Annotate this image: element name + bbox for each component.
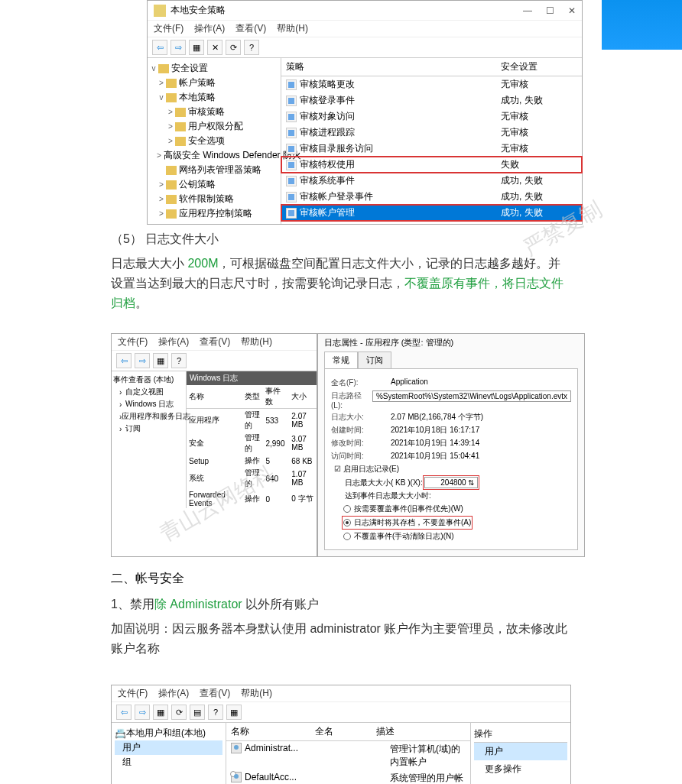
tree-node[interactable]: ›Windows 日志 <box>113 398 184 410</box>
policy-row[interactable]: 审核帐户管理成功, 失败 <box>281 205 582 221</box>
toolbar[interactable]: ⇦ ⇨ ▦ ? <box>112 351 317 371</box>
back-button[interactable]: ⇦ <box>152 40 167 55</box>
tree-node[interactable]: >审核策略 <box>149 105 279 119</box>
menu-item[interactable]: 帮助(H) <box>277 23 308 34</box>
tree-node[interactable]: >用户权限分配 <box>149 119 279 134</box>
tree-node[interactable]: >帐户策略 <box>149 76 279 90</box>
tree-node[interactable]: v本地策略 <box>149 90 279 105</box>
tree-groups[interactable]: 组 <box>115 755 222 769</box>
policy-row[interactable]: 审核特权使用失败 <box>281 157 582 173</box>
tree-root[interactable]: 📇 本地用户和组(本地) <box>115 726 222 740</box>
action-user[interactable]: 用户 <box>474 743 567 760</box>
forward-button[interactable]: ⇨ <box>135 705 150 720</box>
menu-item[interactable]: 帮助(H) <box>241 336 272 347</box>
toolbar-button[interactable]: ▦ <box>189 40 204 55</box>
action-more[interactable]: 更多操作 <box>474 760 567 778</box>
menu-item[interactable]: 查看(V) <box>200 688 230 698</box>
tree-node[interactable]: ›应用程序和服务日志 <box>113 410 184 423</box>
toolbar-button[interactable]: ▦ <box>153 353 168 368</box>
log-table[interactable]: Windows 日志 名称类型事件数大小应用程序管理的5332.07 MB安全管… <box>187 371 317 508</box>
tree-node[interactable]: >高级安全 Windows Defender 防火 <box>149 148 279 163</box>
close-button[interactable]: ✕ <box>568 5 576 16</box>
user-list[interactable]: 名称全名描述 Administrat...管理计算机(域)的内置帐户Defaul… <box>226 723 471 784</box>
help-button[interactable]: ? <box>208 705 223 720</box>
action-header: 操作 <box>474 726 567 743</box>
menu-item[interactable]: 操作(A) <box>158 336 189 347</box>
user-row[interactable]: DefaultAcc...系统管理的用户帐户。 <box>226 770 470 784</box>
menu-item[interactable]: 操作(A) <box>194 23 225 34</box>
user-row[interactable]: Administrat...管理计算机(域)的内置帐户 <box>226 741 470 770</box>
tree-node[interactable]: ›订阅 <box>113 423 184 435</box>
policy-row[interactable]: 审核登录事件成功, 失败 <box>281 92 582 109</box>
policy-row[interactable]: 审核系统事件成功, 失败 <box>281 173 582 189</box>
radio-archive[interactable]: 日志满时将其存档，不要盖事件(A) <box>343 517 471 528</box>
tree-root[interactable]: 事件查看器 (本地) <box>113 374 184 386</box>
enable-checkbox[interactable]: ☑ 启用日志记录(E) <box>334 464 571 475</box>
radio-no-overwrite[interactable]: 不覆盖事件(手动清除日志)(N) <box>343 531 571 542</box>
tree-panel[interactable]: 事件查看器 (本地) ›自定义视图›Windows 日志›应用程序和服务日志›订… <box>112 371 187 508</box>
log-row[interactable]: 系统管理的6401.07 MB <box>187 467 317 490</box>
refresh-button[interactable]: ⟳ <box>171 705 187 720</box>
minimize-button[interactable]: — <box>523 5 532 16</box>
policy-icon <box>286 160 297 170</box>
tree-panel[interactable]: v安全设置>帐户策略v本地策略>审核策略>用户权限分配>安全选项>高级安全 Wi… <box>148 58 281 224</box>
policy-row[interactable]: 审核对象访问无审核 <box>281 109 582 125</box>
tree-node[interactable]: >软件限制策略 <box>149 192 279 206</box>
forward-button[interactable]: ⇨ <box>135 353 150 368</box>
action-pane[interactable]: 操作 用户 更多操作 <box>471 723 570 784</box>
tree-node[interactable]: >应用程序控制策略 <box>149 206 279 221</box>
menu-item[interactable]: 文件(F) <box>154 23 183 34</box>
menubar[interactable]: 文件(F)操作(A)查看(V)帮助(H) <box>112 685 570 702</box>
policy-list[interactable]: 策略安全设置 审核策略更改无审核审核登录事件成功, 失败审核对象访问无审核审核进… <box>281 58 582 224</box>
tree-users[interactable]: 用户 <box>115 740 222 755</box>
policy-row[interactable]: 审核进程跟踪无审核 <box>281 125 582 141</box>
back-button[interactable]: ⇦ <box>116 353 132 368</box>
menu-item[interactable]: 操作(A) <box>158 688 189 698</box>
maximize-button[interactable]: ☐ <box>546 5 554 16</box>
menu-item[interactable]: 帮助(H) <box>241 688 272 698</box>
menu-item[interactable]: 查看(V) <box>200 336 230 347</box>
help-button[interactable]: ? <box>244 40 259 55</box>
menu-item[interactable]: 查看(V) <box>235 23 266 34</box>
tab-subscribe[interactable]: 订阅 <box>358 352 391 368</box>
forward-button[interactable]: ⇨ <box>170 40 186 55</box>
toolbar-button[interactable]: ▦ <box>226 705 242 720</box>
policy-icon <box>286 128 297 138</box>
tree-node[interactable]: ›自定义视图 <box>113 386 184 398</box>
tree-node[interactable]: >安全选项 <box>149 134 279 148</box>
refresh-button[interactable]: ⟳ <box>226 40 241 55</box>
delete-button[interactable]: ✕ <box>207 40 222 55</box>
toolbar[interactable]: ⇦ ⇨ ▦ ✕ ⟳ ? <box>148 37 582 58</box>
policy-icon <box>286 192 297 202</box>
desktop-bg <box>602 0 682 61</box>
app-icon <box>154 5 166 17</box>
policy-row[interactable]: 审核策略更改无审核 <box>281 76 582 92</box>
tree-panel[interactable]: 📇 本地用户和组(本地) 用户 组 <box>112 723 226 784</box>
log-row[interactable]: 应用程序管理的5332.07 MB <box>187 409 317 432</box>
window-title: 本地安全策略 <box>170 4 523 17</box>
log-row[interactable]: 安全管理的2,9903.07 MB <box>187 432 317 455</box>
toolbar[interactable]: ⇦ ⇨ ▦ ⟳ ▤ ? ▦ <box>112 702 570 723</box>
menubar[interactable]: 文件(F)操作(A)查看(V)帮助(H) <box>112 334 317 351</box>
log-row[interactable]: Forwarded Events操作00 字节 <box>187 490 317 508</box>
policy-row[interactable]: 审核帐户登录事件成功, 失败 <box>281 189 582 205</box>
tab-general[interactable]: 常规 <box>324 352 358 368</box>
event-viewer-window: 文件(F)操作(A)查看(V)帮助(H) ⇦ ⇨ ▦ ? 事件查看器 (本地) … <box>111 333 317 557</box>
tree-node[interactable]: 网络列表管理器策略 <box>149 163 279 177</box>
tree-node[interactable]: v安全设置 <box>149 61 279 76</box>
titlebar[interactable]: 本地安全策略 — ☐ ✕ <box>148 1 582 21</box>
tree-node[interactable]: >公钥策略 <box>149 177 279 192</box>
radio-overwrite[interactable]: 按需要覆盖事件(旧事件优先)(W) <box>343 504 571 514</box>
policy-row[interactable]: 审核目录服务访问无审核 <box>281 141 582 157</box>
menu-item[interactable]: 文件(F) <box>118 336 148 347</box>
back-button[interactable]: ⇦ <box>116 705 132 720</box>
menubar[interactable]: 文件(F)操作(A)查看(V)帮助(H) <box>148 21 582 37</box>
toolbar-button[interactable]: ▦ <box>153 705 168 720</box>
path-field[interactable]: %SystemRoot%\System32\Winevt\Logs\Applic… <box>372 390 571 402</box>
log-row[interactable]: Setup操作568 KB <box>187 455 317 467</box>
help-button[interactable]: ? <box>171 353 187 368</box>
toolbar-button[interactable]: ▤ <box>190 705 205 720</box>
tab-bar[interactable]: 常规 订阅 <box>318 352 584 368</box>
max-size-spinner[interactable]: 204800 ⇅ <box>424 477 478 488</box>
menu-item[interactable]: 文件(F) <box>118 688 148 698</box>
